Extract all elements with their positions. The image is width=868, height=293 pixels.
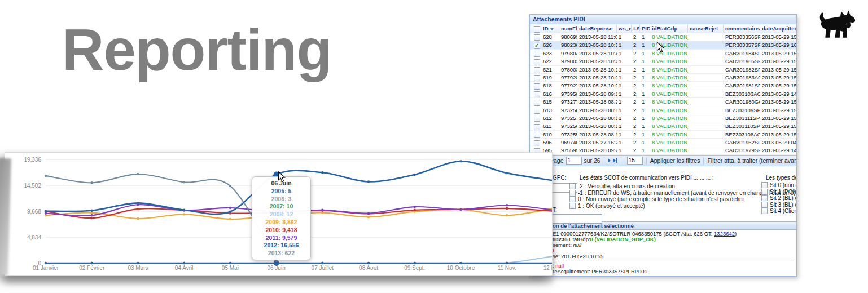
table-row[interactable]: 6169739502013-05-28 09:151218 VALIDATION… [530, 90, 796, 98]
table-row[interactable]: 6159732772013-05-28 08:251218 VALIDATION… [530, 98, 796, 106]
filter-option-label: Sit 1 (POI) co [770, 189, 797, 195]
svg-text:01 Janvier: 01 Janvier [33, 265, 59, 271]
checkbox[interactable] [761, 182, 768, 188]
table-cell: 2013-05-29 15:54 [760, 57, 796, 65]
last-page-button[interactable] [613, 158, 617, 163]
table-row[interactable]: 6199779282013-05-28 10:051218 VALIDATION… [530, 74, 796, 82]
svg-text:19,336: 19,336 [24, 157, 41, 163]
row-checkbox[interactable] [534, 116, 540, 122]
col-causerejet[interactable]: causeRejet [688, 24, 724, 33]
table-cell: 613 [541, 106, 559, 114]
row-checkbox[interactable] [534, 51, 540, 57]
apply-filters-button[interactable]: Appliquer les filtres [650, 157, 700, 164]
table-cell: 2013-05-29 15:57 [760, 33, 796, 41]
checkbox[interactable] [761, 189, 768, 195]
next-page-button[interactable] [608, 158, 611, 163]
ot-link[interactable]: 1323642 [714, 230, 735, 237]
table-row[interactable]: 6119732562013-05-28 08:151218 VALIDATION… [530, 122, 796, 130]
table-row[interactable]: 5959755952013-05-28 09:251218 VALIDATION… [530, 146, 796, 154]
select-all-checkbox-cell[interactable] [530, 24, 541, 33]
col-numflux[interactable]: numFlux [559, 24, 577, 33]
checkbox[interactable] [569, 203, 576, 209]
table-cell: 1 [617, 122, 632, 130]
table-row[interactable]: 6219780032013-05-28 10:151218 VALIDATION… [530, 66, 796, 74]
table-row[interactable]: 6129732572013-05-28 08:151218 VALIDATION… [530, 114, 796, 122]
table-cell: 2013-05-28 08:15 [577, 131, 617, 138]
detail-body: E1 0000012777634/K2/SOTRLR 0468350175 (S… [530, 230, 796, 277]
table-row[interactable]: 6189779272013-05-28 10:051218 VALIDATION… [530, 82, 796, 90]
filter-option[interactable]: Sit 4 (Client) [761, 208, 797, 215]
table-row[interactable]: 6289806992013-05-28 11:051218 VALIDATION… [530, 33, 796, 41]
table-row[interactable]: 6109732552013-05-28 08:151218 VALIDATION… [530, 131, 796, 139]
row-checkbox[interactable] [534, 132, 540, 138]
table-cell: CAR301982SPF... [724, 66, 760, 73]
select-all-checkbox[interactable] [534, 26, 540, 33]
row-checkbox[interactable] [534, 34, 540, 41]
filter-option[interactable]: Sit 0 (non déf [761, 182, 797, 189]
chart-card: 19,33614,5029,6684,834001 Janvier02 Févr… [5, 152, 553, 276]
filter-option[interactable]: Sit 1 (POI) co [761, 188, 797, 195]
filter-option[interactable]: Sit 3 (BL) cod [761, 201, 797, 208]
row-checkbox[interactable] [534, 75, 540, 81]
col-wsenv[interactable]: ws_em [617, 24, 632, 33]
table-cell: 2013-05-28 10:45 [577, 50, 617, 57]
table-cell: 1 [617, 66, 632, 73]
table-cell: 2013-05-29 15:34 [760, 74, 796, 81]
row-checkbox[interactable] [534, 59, 540, 65]
checkbox[interactable] [761, 202, 768, 208]
detail-text: ) [735, 230, 737, 237]
filter-option-label: Sit 3 (BL) cod [770, 202, 797, 208]
table-cell: 1 [640, 41, 650, 48]
page-size-input[interactable] [627, 157, 643, 165]
table-cell: 2 [632, 90, 640, 97]
table-row[interactable]: 5969697402013-05-27 16:251218 VALIDATION… [530, 139, 796, 146]
checkbox[interactable] [761, 208, 768, 214]
checkbox[interactable] [569, 196, 576, 202]
col-id[interactable]: ID [541, 24, 559, 33]
row-checkbox[interactable] [534, 83, 540, 90]
table-cell: 1 [617, 106, 632, 114]
table-cell: 1 [640, 131, 650, 138]
table-row[interactable]: 6139732582013-05-28 08:151218 VALIDATION… [530, 106, 796, 114]
filter-option[interactable]: Sit 2 (BL) cen [761, 195, 797, 202]
checkbox[interactable] [569, 190, 576, 196]
checkbox[interactable] [569, 183, 576, 189]
table-cell: 2 [632, 66, 640, 73]
page-of-label: sur 26 [584, 157, 600, 164]
table-cell [688, 139, 724, 146]
row-checkbox[interactable] [534, 124, 540, 130]
table-cell: 616 [541, 90, 559, 97]
col-pidi[interactable]: PIDI [640, 24, 650, 33]
table-cell: 1 [640, 122, 650, 130]
types-checklist: Sit 0 (non défSit 1 (POI) coSit 2 (BL) c… [761, 182, 797, 215]
table-cell: 2013-05-29 15:51 [760, 50, 796, 57]
filter-todo-button[interactable]: Filtrer atta. à traiter (terminer avant … [707, 157, 796, 164]
checkbox[interactable] [761, 195, 768, 201]
table-cell: 622 [541, 57, 559, 65]
row-checkbox[interactable] [534, 140, 540, 146]
detail-block-1: E1 0000012777634/K2/SOTRLR 0468350175 (S… [553, 231, 794, 259]
page-input[interactable] [566, 157, 582, 165]
row-checkbox[interactable] [534, 43, 540, 49]
table-cell: 1 [640, 106, 650, 114]
table-cell [688, 131, 724, 138]
row-checkbox[interactable] [534, 67, 540, 73]
col-ts[interactable]: t.S [632, 24, 640, 33]
row-checkbox[interactable] [534, 108, 540, 114]
etats-header: Les états SCOT de communication vers PID… [580, 175, 714, 181]
row-checkbox[interactable] [534, 100, 540, 106]
svg-text:11 Nov.: 11 Nov. [498, 265, 516, 271]
col-commentaire[interactable]: commentaireAcquitt [724, 24, 760, 33]
table-row[interactable]: 6229798022013-05-28 10:451218 VALIDATION… [530, 57, 796, 65]
col-idetatgdp[interactable]: idEtatGdp [650, 24, 688, 33]
table-cell: 2013-05-29 15:32 [760, 66, 796, 73]
col-dateacquittement[interactable]: dateAcquittementR [760, 24, 796, 33]
table-cell: 2013-05-29 15:30 [760, 82, 796, 89]
ot-input[interactable] [550, 214, 602, 224]
col-datereponse[interactable]: dateReponse [577, 24, 617, 33]
table-cell: 2013-05-29 15:21 [760, 122, 796, 130]
table-cell: 8 VALIDATION_... [650, 98, 688, 105]
table-cell: 2013-05-28 10:05 [577, 74, 617, 81]
row-checkbox[interactable] [534, 91, 540, 97]
table-cell: 2 [632, 98, 640, 105]
